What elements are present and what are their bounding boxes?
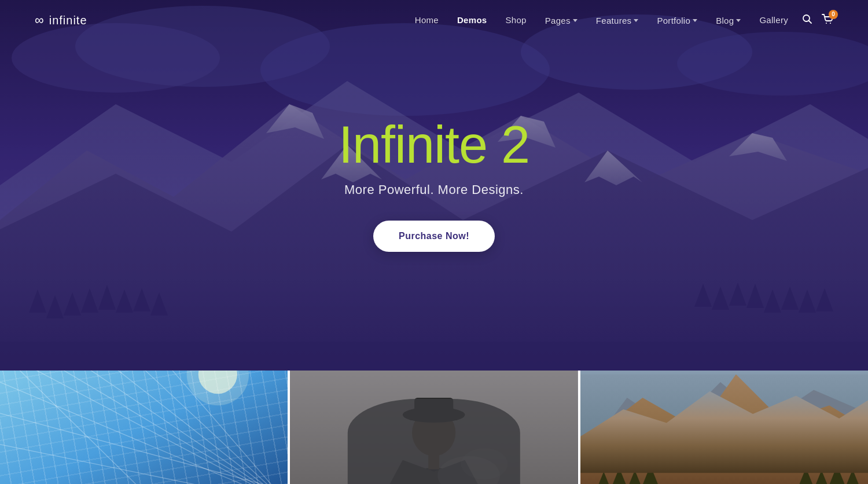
svg-rect-53 bbox=[414, 398, 453, 418]
svg-line-41 bbox=[156, 371, 288, 484]
svg-point-2 bbox=[826, 23, 827, 24]
svg-rect-69 bbox=[580, 371, 868, 375]
chevron-down-icon bbox=[736, 19, 741, 22]
svg-line-43 bbox=[0, 382, 288, 484]
svg-line-44 bbox=[0, 413, 288, 484]
nav-link-home[interactable]: Home bbox=[415, 15, 439, 25]
nav-link-shop[interactable]: Shop bbox=[506, 15, 527, 25]
nav-item-shop[interactable]: Shop bbox=[506, 15, 527, 25]
nav-link-features[interactable]: Features bbox=[596, 16, 639, 25]
brand-name: infinite bbox=[49, 14, 87, 27]
nav-item-gallery[interactable]: Gallery bbox=[759, 15, 788, 25]
nav-item-pages[interactable]: Pages bbox=[545, 16, 578, 25]
nav-links: Home Demos Shop Pages Features Portfolio bbox=[415, 15, 788, 25]
bottom-card-mountain[interactable] bbox=[580, 371, 868, 484]
svg-line-1 bbox=[809, 20, 812, 23]
nav-link-portfolio[interactable]: Portfolio bbox=[657, 16, 697, 25]
nav-item-blog[interactable]: Blog bbox=[716, 16, 741, 25]
nav-link-gallery[interactable]: Gallery bbox=[759, 15, 788, 25]
nav-icons: 0 bbox=[802, 14, 833, 27]
svg-line-45 bbox=[0, 445, 288, 484]
nav-link-pages[interactable]: Pages bbox=[545, 16, 578, 25]
nav-item-features[interactable]: Features bbox=[596, 16, 639, 25]
svg-line-42 bbox=[0, 371, 156, 484]
purchase-now-button[interactable]: Purchase Now! bbox=[373, 221, 495, 252]
building-image bbox=[0, 371, 288, 484]
svg-marker-55 bbox=[380, 460, 488, 484]
svg-point-3 bbox=[830, 23, 831, 24]
cart-count-badge: 0 bbox=[829, 10, 838, 19]
search-icon[interactable] bbox=[802, 14, 812, 27]
nav-link-blog[interactable]: Blog bbox=[716, 16, 741, 25]
brand-logo[interactable]: ∞ infinite bbox=[35, 13, 87, 28]
person-image bbox=[290, 371, 578, 484]
bottom-card-person[interactable] bbox=[290, 371, 578, 484]
svg-point-52 bbox=[403, 407, 465, 423]
hero-content: Infinite 2 More Powerful. More Designs. … bbox=[339, 119, 529, 252]
chevron-down-icon bbox=[693, 19, 697, 22]
brand-infinity-icon: ∞ bbox=[35, 13, 45, 28]
svg-line-39 bbox=[93, 371, 288, 484]
cart-button[interactable]: 0 bbox=[822, 14, 833, 27]
svg-rect-35 bbox=[0, 371, 288, 484]
svg-line-40 bbox=[124, 371, 288, 484]
bottom-cards-section bbox=[0, 371, 868, 484]
mountain-image bbox=[580, 371, 868, 484]
chevron-down-icon bbox=[573, 19, 578, 22]
navbar: ∞ infinite Home Demos Shop Pages Feature… bbox=[0, 0, 868, 41]
svg-rect-54 bbox=[429, 454, 440, 470]
hero-section: Infinite 2 More Powerful. More Designs. … bbox=[0, 0, 868, 371]
chevron-down-icon bbox=[634, 19, 638, 22]
hero-subtitle: More Powerful. More Designs. bbox=[339, 182, 529, 197]
svg-point-57 bbox=[461, 448, 508, 479]
hero-title-main: Infinite bbox=[339, 116, 487, 174]
hero-title: Infinite 2 bbox=[339, 119, 529, 171]
hero-title-number: 2 bbox=[501, 116, 529, 174]
svg-point-50 bbox=[380, 468, 488, 484]
nav-link-demos[interactable]: Demos bbox=[457, 15, 487, 25]
nav-item-home[interactable]: Home bbox=[415, 15, 439, 25]
svg-line-37 bbox=[31, 371, 288, 484]
svg-point-47 bbox=[187, 371, 249, 405]
svg-line-36 bbox=[0, 371, 288, 484]
svg-point-51 bbox=[412, 409, 455, 456]
svg-point-56 bbox=[438, 456, 501, 484]
nav-item-portfolio[interactable]: Portfolio bbox=[657, 16, 697, 25]
bottom-card-building[interactable] bbox=[0, 371, 288, 484]
svg-rect-49 bbox=[290, 371, 578, 484]
svg-point-46 bbox=[198, 371, 237, 394]
svg-line-38 bbox=[62, 371, 288, 484]
nav-item-demos[interactable]: Demos bbox=[457, 15, 487, 25]
